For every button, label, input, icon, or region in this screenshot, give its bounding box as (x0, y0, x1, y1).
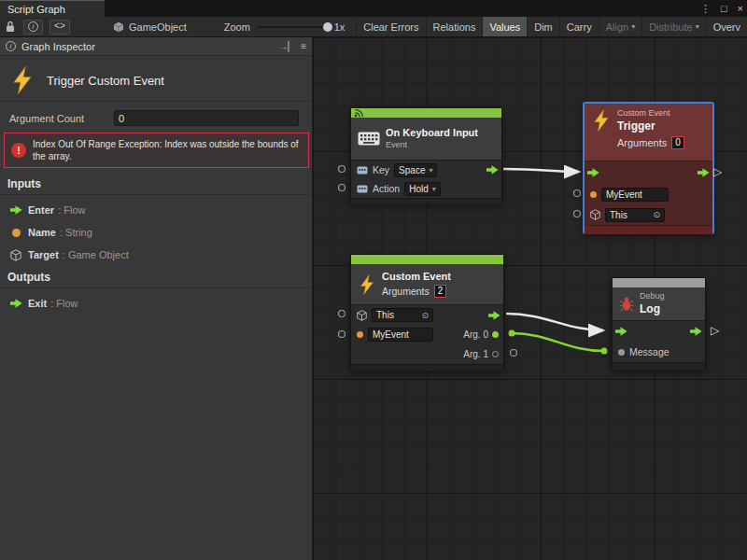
tab-title: Script Graph (7, 4, 65, 15)
arguments-count-badge[interactable]: 2 (434, 285, 447, 298)
graph-canvas[interactable]: On Keyboard Input Event Key Space ▾ Acti… (313, 37, 747, 560)
event-name-field[interactable] (601, 188, 669, 202)
signal-icon (354, 108, 364, 118)
arg0-dot[interactable] (492, 331, 499, 338)
input-row-name: Name : String (0, 222, 312, 243)
key-label: Key (373, 164, 389, 175)
error-banner: ! Index Out Of Range Exception: Index wa… (4, 133, 309, 168)
key-dropdown[interactable]: Space ▾ (394, 163, 437, 177)
arg1-dot[interactable] (492, 351, 499, 357)
values-button[interactable]: Values (482, 17, 527, 37)
gameobject-label: GameObject (129, 21, 187, 33)
clear-errors-button[interactable]: Clear Errors (356, 17, 425, 37)
port-message-input[interactable] (601, 348, 608, 355)
window-close-icon[interactable]: × (738, 3, 743, 14)
wire-arg0-to-message[interactable] (512, 333, 604, 351)
window-menu-icon[interactable]: ⋮ (700, 3, 711, 15)
event-accent-bar (351, 255, 503, 264)
info-icon: i (28, 21, 38, 32)
node-accent-bar (613, 278, 705, 287)
window-maximize-icon[interactable]: □ (721, 3, 727, 14)
node-custom-event-arguments[interactable]: Custom Event Arguments 2 This ⊙ Arg. 0 (350, 254, 504, 370)
zoom-slider-track[interactable] (258, 26, 329, 28)
graph-toolbar: i <> GameObject Zoom 1x Clear Errors Rel… (0, 17, 747, 37)
chevron-down-icon: ▾ (432, 185, 436, 193)
port-action-input[interactable] (339, 185, 345, 191)
argument-count-label: Argument Count (9, 113, 84, 124)
bolt-icon (358, 273, 376, 296)
object-picker-icon[interactable]: ⊙ (653, 210, 660, 219)
error-message: Index Out Of Range Exception: Index was … (33, 138, 302, 162)
tab-script-graph[interactable]: Script Graph (0, 0, 105, 17)
port-flow-output[interactable] (486, 165, 499, 175)
zoom-slider[interactable] (258, 21, 329, 34)
inputs-header: Inputs (7, 177, 41, 190)
wire-arguments-to-debug[interactable] (506, 314, 603, 330)
keyboard-icon (358, 132, 380, 146)
list-icon[interactable]: ≡ (301, 41, 306, 51)
port-flow-output[interactable] (698, 168, 710, 177)
graph-inspector-title: Graph Inspector (21, 41, 95, 52)
overview-button[interactable]: Overv (706, 17, 747, 37)
graph-inspector-panel: i Graph Inspector →▏ ≡ Trigger Custom Ev… (0, 37, 313, 560)
port-name-input[interactable] (339, 331, 345, 338)
action-dropdown[interactable]: Hold ▾ (404, 182, 441, 196)
chevron-down-icon: ▾ (696, 22, 699, 31)
error-icon: ! (11, 143, 26, 158)
wire-keyboard-to-trigger[interactable] (503, 169, 579, 172)
port-trigger-target-input[interactable] (574, 211, 581, 217)
message-label: Message (629, 346, 669, 357)
node-trigger-custom-event[interactable]: Custom Event Trigger Arguments 0 Th (584, 103, 713, 233)
arguments-count-badge[interactable]: 0 (671, 136, 684, 149)
target-dropdown[interactable]: This ⊙ (605, 208, 665, 222)
bug-icon (619, 297, 634, 312)
run-indicator-trigger: ▷ (713, 165, 722, 178)
flow-arrow-icon (6, 299, 26, 308)
align-button[interactable]: Align ▾ (599, 17, 641, 37)
dock-icon[interactable]: →▏ (278, 41, 295, 51)
string-dot-icon (357, 331, 363, 338)
node-title: Log (640, 302, 665, 316)
lock-icon[interactable] (6, 20, 15, 35)
port-flow-output[interactable] (488, 311, 500, 320)
bolt-icon (591, 108, 612, 133)
zoom-slider-knob[interactable] (323, 22, 332, 32)
port-flow-output[interactable] (690, 327, 702, 336)
dim-button[interactable]: Dim (527, 17, 559, 37)
run-indicator-debug: ▷ (711, 324, 719, 337)
port-flow-input[interactable] (615, 327, 627, 336)
port-trigger-name-input[interactable] (574, 190, 581, 197)
node-on-keyboard-input[interactable]: On Keyboard Input Event Key Space ▾ Acti… (350, 107, 502, 203)
info-toggle-button[interactable]: i (23, 20, 43, 35)
arg0-label: Arg. 0 (463, 329, 488, 340)
event-accent-bar (351, 108, 501, 118)
node-title: On Keyboard Input (386, 127, 478, 140)
keycode-icon (357, 185, 368, 193)
input-row-target: Target : Game Object (0, 245, 312, 265)
chevron-down-icon: ▾ (631, 22, 635, 31)
distribute-button[interactable]: Distribute ▾ (641, 17, 705, 37)
port-this-input[interactable] (339, 311, 345, 317)
output-row-exit: Exit : Flow (0, 293, 312, 314)
code-icon: <> (54, 21, 65, 32)
node-type-label: Debug (640, 291, 665, 302)
page-title: Trigger Custom Event (47, 74, 164, 88)
message-dot-icon (618, 349, 625, 356)
port-arg1-output[interactable] (511, 350, 517, 357)
carry-button[interactable]: Carry (559, 17, 599, 37)
target-dropdown[interactable]: This ⊙ (372, 308, 433, 322)
event-name-field[interactable] (368, 328, 433, 342)
port-arg0-output[interactable] (509, 330, 515, 337)
node-debug-log[interactable]: Debug Log Message (612, 277, 706, 369)
code-toggle-button[interactable]: <> (49, 20, 70, 35)
zoom-label: Zoom (224, 21, 250, 33)
relations-button[interactable]: Relations (426, 17, 483, 37)
port-flow-input[interactable] (587, 168, 599, 177)
object-picker-icon[interactable]: ⊙ (421, 311, 429, 320)
gameobject-button[interactable]: GameObject (113, 20, 187, 35)
arg1-label: Arg. 1 (463, 349, 488, 359)
node-subtitle: Event (386, 140, 478, 151)
info-icon: i (6, 41, 16, 51)
argument-count-input[interactable] (114, 110, 299, 126)
port-key-input[interactable] (339, 166, 345, 173)
